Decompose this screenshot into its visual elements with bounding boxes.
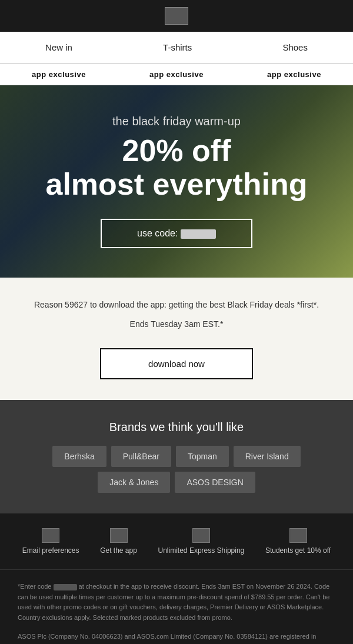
brands-section: Brands we think you'll like Berhska Pull… [0,400,353,513]
app-exclusive-label-2: app exclusive [149,70,204,79]
students-discount-label: Students get 10% off [265,546,331,555]
get-app-label: Get the app [100,546,137,555]
asos-logo-image [165,7,188,25]
brand-tag-bershka[interactable]: Berhska [52,446,106,467]
students-discount-item[interactable]: Students get 10% off [265,528,331,555]
promo-code-value [181,229,216,239]
express-shipping-item[interactable]: Unlimited Express Shipping [158,528,245,555]
hero-subtitle: the black friday warm-up [24,115,329,128]
hero-title: 20% off almost everything [24,134,329,201]
legal-text-1: *Enter code at checkout in the app to re… [18,582,335,623]
app-exclusive-label-3: app exclusive [267,70,321,79]
brand-tag-pullbear[interactable]: Pull&Bear [111,446,171,467]
info-section: Reason 59627 to download the app: gettin… [0,278,353,400]
hero-section: the black friday warm-up 20% off almost … [0,85,353,278]
reason-text: Reason 59627 to download the app: gettin… [24,298,329,311]
brand-tag-jackjones[interactable]: Jack & Jones [98,472,170,493]
legal-section: *Enter code at checkout in the app to re… [0,570,353,644]
get-app-item[interactable]: Get the app [100,528,137,555]
email-preferences-label: Email preferences [22,546,79,555]
nav-item-new-in[interactable]: New in [45,42,72,52]
legal-code-prefix: *Enter code [18,583,51,590]
header [0,0,353,32]
hero-title-line1: 20% off [24,134,329,168]
promo-code-prefix: use code: [137,228,178,238]
hero-title-line2: almost everything [24,168,329,201]
promo-code-box[interactable]: use code: [101,219,252,248]
legal-text-2: ASOS Plc (Company No. 04006623) and ASOS… [18,632,335,644]
email-icon [42,528,59,543]
legal-code-redacted [54,584,77,590]
express-shipping-label: Unlimited Express Shipping [158,546,245,555]
brand-tag-riverisland[interactable]: River Island [234,446,301,467]
brand-tag-topman[interactable]: Topman [176,446,229,467]
shipping-icon [192,528,210,543]
brands-grid: Berhska Pull&Bear Topman River Island Ja… [18,446,335,493]
app-exclusive-bar: app exclusive app exclusive app exclusiv… [0,64,353,85]
students-icon [289,528,307,543]
nav-item-t-shirts[interactable]: T-shirts [163,42,192,52]
brand-tag-asos-design[interactable]: ASOS DESIGN [175,472,255,493]
app-exclusive-label-1: app exclusive [32,70,86,79]
download-now-button[interactable]: download now [100,348,253,379]
ends-text: Ends Tuesday 3am EST.* [24,318,329,331]
app-icon [110,528,128,543]
nav-bar: New in T-shirts Shoes [0,32,353,64]
nav-item-shoes[interactable]: Shoes [282,42,308,52]
email-preferences-item[interactable]: Email preferences [22,528,79,555]
brands-title: Brands we think you'll like [18,421,335,434]
footer-icons-row: Email preferences Get the app Unlimited … [0,513,353,570]
